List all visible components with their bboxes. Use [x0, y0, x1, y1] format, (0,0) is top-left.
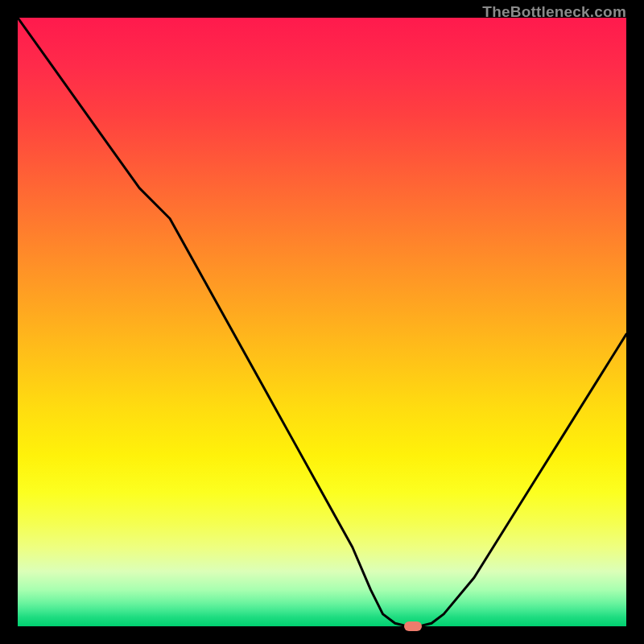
gradient-background	[18, 18, 626, 626]
watermark-text: TheBottleneck.com	[482, 3, 626, 21]
plot-area	[18, 18, 626, 626]
optimal-marker	[404, 621, 422, 631]
bottleneck-chart: TheBottleneck.com	[0, 0, 644, 644]
